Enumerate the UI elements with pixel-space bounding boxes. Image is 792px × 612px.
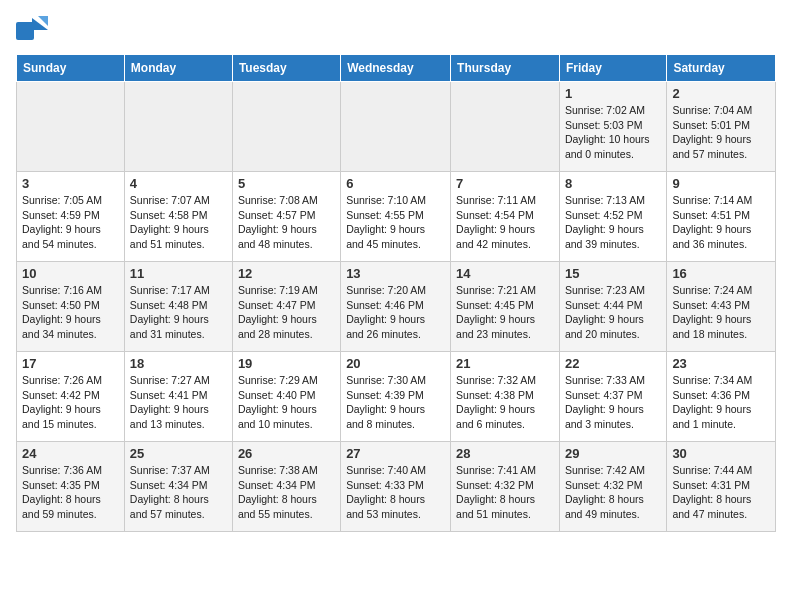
- day-number: 2: [672, 86, 770, 101]
- day-number: 19: [238, 356, 335, 371]
- day-number: 10: [22, 266, 119, 281]
- weekday-header-wednesday: Wednesday: [341, 55, 451, 82]
- calendar-cell: [341, 82, 451, 172]
- calendar-cell: [17, 82, 125, 172]
- calendar-cell: 16Sunrise: 7:24 AM Sunset: 4:43 PM Dayli…: [667, 262, 776, 352]
- day-number: 25: [130, 446, 227, 461]
- day-number: 14: [456, 266, 554, 281]
- day-info: Sunrise: 7:26 AM Sunset: 4:42 PM Dayligh…: [22, 373, 119, 432]
- calendar-cell: 23Sunrise: 7:34 AM Sunset: 4:36 PM Dayli…: [667, 352, 776, 442]
- calendar-cell: 9Sunrise: 7:14 AM Sunset: 4:51 PM Daylig…: [667, 172, 776, 262]
- calendar-cell: 7Sunrise: 7:11 AM Sunset: 4:54 PM Daylig…: [451, 172, 560, 262]
- day-number: 9: [672, 176, 770, 191]
- calendar-cell: 1Sunrise: 7:02 AM Sunset: 5:03 PM Daylig…: [559, 82, 666, 172]
- day-number: 8: [565, 176, 661, 191]
- day-number: 6: [346, 176, 445, 191]
- calendar-cell: 10Sunrise: 7:16 AM Sunset: 4:50 PM Dayli…: [17, 262, 125, 352]
- calendar-cell: 11Sunrise: 7:17 AM Sunset: 4:48 PM Dayli…: [124, 262, 232, 352]
- weekday-header-sunday: Sunday: [17, 55, 125, 82]
- day-info: Sunrise: 7:24 AM Sunset: 4:43 PM Dayligh…: [672, 283, 770, 342]
- day-number: 27: [346, 446, 445, 461]
- day-info: Sunrise: 7:19 AM Sunset: 4:47 PM Dayligh…: [238, 283, 335, 342]
- weekday-header-saturday: Saturday: [667, 55, 776, 82]
- logo-icon: [16, 16, 48, 44]
- day-number: 18: [130, 356, 227, 371]
- day-info: Sunrise: 7:42 AM Sunset: 4:32 PM Dayligh…: [565, 463, 661, 522]
- day-info: Sunrise: 7:32 AM Sunset: 4:38 PM Dayligh…: [456, 373, 554, 432]
- calendar-cell: 27Sunrise: 7:40 AM Sunset: 4:33 PM Dayli…: [341, 442, 451, 532]
- day-info: Sunrise: 7:38 AM Sunset: 4:34 PM Dayligh…: [238, 463, 335, 522]
- weekday-header-tuesday: Tuesday: [232, 55, 340, 82]
- day-info: Sunrise: 7:11 AM Sunset: 4:54 PM Dayligh…: [456, 193, 554, 252]
- day-info: Sunrise: 7:34 AM Sunset: 4:36 PM Dayligh…: [672, 373, 770, 432]
- day-info: Sunrise: 7:30 AM Sunset: 4:39 PM Dayligh…: [346, 373, 445, 432]
- day-info: Sunrise: 7:41 AM Sunset: 4:32 PM Dayligh…: [456, 463, 554, 522]
- day-number: 28: [456, 446, 554, 461]
- calendar-cell: 8Sunrise: 7:13 AM Sunset: 4:52 PM Daylig…: [559, 172, 666, 262]
- day-number: 22: [565, 356, 661, 371]
- weekday-header-thursday: Thursday: [451, 55, 560, 82]
- week-row-0: 1Sunrise: 7:02 AM Sunset: 5:03 PM Daylig…: [17, 82, 776, 172]
- day-info: Sunrise: 7:17 AM Sunset: 4:48 PM Dayligh…: [130, 283, 227, 342]
- week-row-1: 3Sunrise: 7:05 AM Sunset: 4:59 PM Daylig…: [17, 172, 776, 262]
- day-number: 16: [672, 266, 770, 281]
- day-info: Sunrise: 7:16 AM Sunset: 4:50 PM Dayligh…: [22, 283, 119, 342]
- calendar-cell: 29Sunrise: 7:42 AM Sunset: 4:32 PM Dayli…: [559, 442, 666, 532]
- day-info: Sunrise: 7:36 AM Sunset: 4:35 PM Dayligh…: [22, 463, 119, 522]
- weekday-header-monday: Monday: [124, 55, 232, 82]
- week-row-2: 10Sunrise: 7:16 AM Sunset: 4:50 PM Dayli…: [17, 262, 776, 352]
- day-number: 7: [456, 176, 554, 191]
- day-number: 4: [130, 176, 227, 191]
- day-info: Sunrise: 7:05 AM Sunset: 4:59 PM Dayligh…: [22, 193, 119, 252]
- day-number: 17: [22, 356, 119, 371]
- day-number: 20: [346, 356, 445, 371]
- day-info: Sunrise: 7:20 AM Sunset: 4:46 PM Dayligh…: [346, 283, 445, 342]
- logo: [16, 16, 52, 44]
- day-info: Sunrise: 7:29 AM Sunset: 4:40 PM Dayligh…: [238, 373, 335, 432]
- day-info: Sunrise: 7:02 AM Sunset: 5:03 PM Dayligh…: [565, 103, 661, 162]
- day-number: 3: [22, 176, 119, 191]
- day-info: Sunrise: 7:33 AM Sunset: 4:37 PM Dayligh…: [565, 373, 661, 432]
- calendar-cell: 20Sunrise: 7:30 AM Sunset: 4:39 PM Dayli…: [341, 352, 451, 442]
- day-number: 21: [456, 356, 554, 371]
- weekday-header-row: SundayMondayTuesdayWednesdayThursdayFrid…: [17, 55, 776, 82]
- calendar-cell: 2Sunrise: 7:04 AM Sunset: 5:01 PM Daylig…: [667, 82, 776, 172]
- calendar-cell: 21Sunrise: 7:32 AM Sunset: 4:38 PM Dayli…: [451, 352, 560, 442]
- calendar-cell: 30Sunrise: 7:44 AM Sunset: 4:31 PM Dayli…: [667, 442, 776, 532]
- day-number: 29: [565, 446, 661, 461]
- day-info: Sunrise: 7:13 AM Sunset: 4:52 PM Dayligh…: [565, 193, 661, 252]
- calendar-cell: 13Sunrise: 7:20 AM Sunset: 4:46 PM Dayli…: [341, 262, 451, 352]
- calendar-cell: [451, 82, 560, 172]
- day-info: Sunrise: 7:07 AM Sunset: 4:58 PM Dayligh…: [130, 193, 227, 252]
- calendar-body: 1Sunrise: 7:02 AM Sunset: 5:03 PM Daylig…: [17, 82, 776, 532]
- day-info: Sunrise: 7:10 AM Sunset: 4:55 PM Dayligh…: [346, 193, 445, 252]
- day-number: 11: [130, 266, 227, 281]
- weekday-header-friday: Friday: [559, 55, 666, 82]
- calendar-cell: 19Sunrise: 7:29 AM Sunset: 4:40 PM Dayli…: [232, 352, 340, 442]
- calendar-cell: 18Sunrise: 7:27 AM Sunset: 4:41 PM Dayli…: [124, 352, 232, 442]
- calendar-cell: 24Sunrise: 7:36 AM Sunset: 4:35 PM Dayli…: [17, 442, 125, 532]
- calendar-cell: 28Sunrise: 7:41 AM Sunset: 4:32 PM Dayli…: [451, 442, 560, 532]
- day-number: 12: [238, 266, 335, 281]
- day-info: Sunrise: 7:37 AM Sunset: 4:34 PM Dayligh…: [130, 463, 227, 522]
- calendar-cell: 5Sunrise: 7:08 AM Sunset: 4:57 PM Daylig…: [232, 172, 340, 262]
- week-row-3: 17Sunrise: 7:26 AM Sunset: 4:42 PM Dayli…: [17, 352, 776, 442]
- calendar-cell: 6Sunrise: 7:10 AM Sunset: 4:55 PM Daylig…: [341, 172, 451, 262]
- day-number: 23: [672, 356, 770, 371]
- week-row-4: 24Sunrise: 7:36 AM Sunset: 4:35 PM Dayli…: [17, 442, 776, 532]
- calendar-cell: 4Sunrise: 7:07 AM Sunset: 4:58 PM Daylig…: [124, 172, 232, 262]
- calendar-cell: 26Sunrise: 7:38 AM Sunset: 4:34 PM Dayli…: [232, 442, 340, 532]
- day-number: 30: [672, 446, 770, 461]
- day-info: Sunrise: 7:44 AM Sunset: 4:31 PM Dayligh…: [672, 463, 770, 522]
- day-info: Sunrise: 7:27 AM Sunset: 4:41 PM Dayligh…: [130, 373, 227, 432]
- calendar-cell: [124, 82, 232, 172]
- day-number: 26: [238, 446, 335, 461]
- svg-rect-0: [16, 22, 34, 40]
- day-info: Sunrise: 7:14 AM Sunset: 4:51 PM Dayligh…: [672, 193, 770, 252]
- day-number: 5: [238, 176, 335, 191]
- calendar-cell: [232, 82, 340, 172]
- calendar-cell: 17Sunrise: 7:26 AM Sunset: 4:42 PM Dayli…: [17, 352, 125, 442]
- day-number: 1: [565, 86, 661, 101]
- day-info: Sunrise: 7:04 AM Sunset: 5:01 PM Dayligh…: [672, 103, 770, 162]
- calendar-cell: 22Sunrise: 7:33 AM Sunset: 4:37 PM Dayli…: [559, 352, 666, 442]
